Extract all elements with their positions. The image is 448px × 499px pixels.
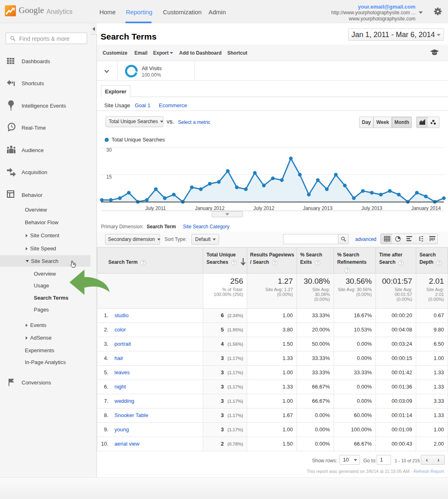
svg-text:July 2011: July 2011 [145, 205, 166, 211]
svg-text:15: 15 [106, 174, 112, 180]
svg-text:January 2013: January 2013 [303, 205, 333, 211]
svg-text:January 2014: January 2014 [411, 205, 441, 211]
svg-text:July 2012: July 2012 [253, 205, 275, 211]
svg-text:30: 30 [106, 147, 112, 153]
svg-text:July 2013: July 2013 [361, 205, 382, 211]
svg-text:January 2012: January 2012 [195, 205, 225, 211]
